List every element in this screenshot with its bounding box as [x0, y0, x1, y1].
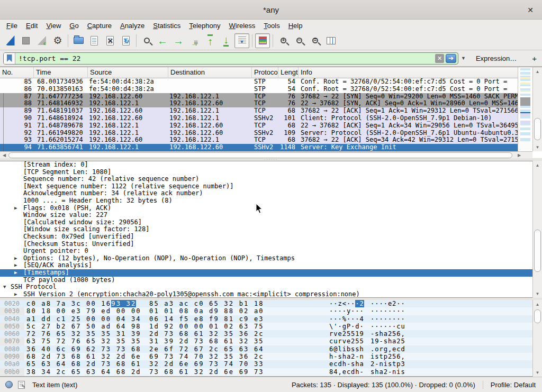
zoom-original-icon[interactable] [308, 33, 322, 48]
packet-row[interactable]: 9371.662015274192.168.122.60192.168.122.… [0, 136, 518, 144]
scroll-down-icon[interactable]: ▼ [533, 290, 542, 297]
expanded-icon[interactable]: ▼ [3, 284, 6, 291]
auto-scroll-icon[interactable] [234, 33, 249, 48]
resize-columns-icon[interactable] [323, 33, 338, 48]
collapsed-icon[interactable]: ▶ [14, 269, 17, 277]
detail-line[interactable]: ▶SSH Version 2 (encryption:chacha20-poly… [0, 291, 542, 298]
scrollbar-thumb[interactable] [534, 309, 541, 323]
hex-row[interactable]: 0040a1 dd c1 25 00 00 04 3406 14 f5 e8 f… [0, 315, 542, 323]
collapsed-icon[interactable]: ▶ [14, 262, 17, 269]
restart-capture-icon[interactable] [34, 33, 49, 48]
menu-item-telephony[interactable]: Telephony [185, 21, 224, 31]
bytes-scrollbar[interactable]: ▲ ▼ [532, 300, 542, 377]
detail-line[interactable]: [TCP Segment Len: 1080] [0, 169, 542, 176]
packet-row[interactable]: 8568.001734936fe:54:00:d4:38:2aSTP54Conf… [0, 78, 518, 86]
detail-line[interactable]: Window size value: 227 [0, 212, 542, 219]
scroll-up-icon[interactable]: ▲ [533, 161, 542, 169]
stop-capture-icon[interactable] [19, 33, 33, 48]
column-header-protocol[interactable]: Protocol [252, 67, 278, 78]
hex-row[interactable]: 003080 18 00 e3 79 ed 00 0001 01 08 0a d… [0, 307, 542, 315]
collapsed-icon[interactable]: ▶ [14, 291, 17, 298]
detail-line[interactable]: ▶[Timestamps] [0, 269, 542, 277]
detail-line[interactable]: ▶Flags: 0x018 (PSH, ACK) [0, 205, 542, 212]
scroll-up-icon[interactable]: ▲ [533, 300, 542, 308]
column-header-length[interactable]: Length [278, 67, 299, 78]
column-header-destination[interactable]: Destination [168, 67, 252, 78]
detail-line[interactable]: Checksum: 0x79ed [unverified] [0, 233, 542, 241]
collapsed-icon[interactable]: ▶ [14, 205, 17, 212]
menu-item-edit[interactable]: Edit [22, 21, 42, 31]
hex-row[interactable]: 009068 2d 73 68 61 32 2d 6e69 73 74 70 3… [0, 353, 542, 360]
find-packet-icon[interactable] [139, 33, 154, 48]
close-file-icon[interactable] [103, 33, 118, 48]
hex-row[interactable]: 00a065 63 64 68 2d 73 68 6132 2d 6e 69 7… [0, 360, 542, 368]
detail-line[interactable]: TCP payload (1080 bytes) [0, 277, 542, 284]
menu-item-statistics[interactable]: Statistics [149, 21, 185, 31]
scrollbar-thumb[interactable] [534, 230, 541, 272]
menu-item-analyze[interactable]: Analyze [116, 21, 149, 31]
zoom-in-icon[interactable] [276, 33, 291, 48]
hex-row[interactable]: 00505c 27 b2 67 50 ad 64 981d 92 00 00 0… [0, 323, 542, 330]
packet-row[interactable]: 8871.648146932192.168.122.1192.168.122.6… [0, 100, 518, 107]
detail-line[interactable]: [Window size scaling factor: 128] [0, 226, 542, 233]
scroll-down-icon[interactable]: ▼ [533, 369, 542, 376]
colorize-icon[interactable] [255, 33, 270, 48]
detail-line[interactable]: ▶[SEQ/ACK analysis] [0, 262, 542, 269]
menu-item-help[interactable]: Help [284, 21, 307, 31]
packet-row[interactable]: 9171.648789678192.168.122.1192.168.122.6… [0, 122, 518, 130]
detail-line[interactable]: Sequence number: 42 (relative sequence n… [0, 176, 542, 183]
hex-row[interactable]: 0020c0 a8 7a 3c 00 16 93 3285 a3 ac c0 6… [0, 300, 542, 307]
filter-apply-button[interactable]: ➔ [446, 54, 456, 63]
detail-line[interactable]: ▶Options: (12 bytes), No-Operation (NOP)… [0, 255, 542, 262]
column-header-time[interactable]: Time [34, 67, 88, 78]
menu-item-wireless[interactable]: Wireless [225, 21, 260, 31]
scroll-up-icon[interactable]: ▲ [533, 68, 542, 75]
capture-options-icon[interactable]: ⚙ [50, 33, 65, 48]
column-header-source[interactable]: Source [88, 67, 168, 78]
menu-item-tools[interactable]: Tools [259, 21, 284, 31]
packet-row[interactable]: 9271.661949820192.168.122.1192.168.122.6… [0, 130, 518, 137]
expert-info-icon[interactable] [5, 381, 13, 388]
detail-line[interactable]: 1000 .... = Header Length: 32 bytes (8) [0, 197, 542, 205]
hex-row[interactable]: 008036 40 6c 69 62 73 73 682e 6f 72 67 2… [0, 345, 542, 353]
filter-clear-button[interactable]: ✕ [435, 54, 444, 63]
detail-line[interactable]: Urgent pointer: 0 [0, 248, 542, 255]
hex-row[interactable]: 00b038 34 2c 65 63 64 68 2d73 68 61 32 2… [0, 368, 542, 376]
packet-minimap[interactable] [518, 67, 532, 151]
start-capture-icon[interactable] [3, 33, 17, 48]
go-last-icon[interactable]: ↓ [219, 33, 233, 48]
column-header-info[interactable]: Info [299, 67, 532, 78]
go-forward-icon[interactable]: → [171, 33, 186, 48]
status-profile[interactable]: Profile: Default [483, 381, 542, 389]
packet-row[interactable]: 8971.648191037192.168.122.60192.168.122.… [0, 107, 518, 115]
menu-item-go[interactable]: Go [65, 21, 83, 31]
filter-add-button[interactable]: + [532, 54, 537, 63]
reload-file-icon[interactable] [119, 33, 133, 48]
detail-line[interactable]: [Calculated window size: 29056] [0, 219, 542, 226]
zoom-out-icon[interactable] [292, 33, 306, 48]
hscrollbar-thumb[interactable] [8, 152, 512, 158]
go-to-packet-icon[interactable]: → [187, 33, 202, 48]
packet-list-scrollbar[interactable]: ▲ ▼ [532, 67, 542, 151]
detail-line[interactable]: [Checksum Status: Unverified] [0, 241, 542, 248]
display-filter-input[interactable]: !tcp.port == 22 [15, 54, 435, 62]
detail-line[interactable]: ▼SSH Protocol [0, 284, 542, 291]
open-file-icon[interactable] [71, 33, 86, 48]
detail-line[interactable]: [Stream index: 0] [0, 161, 542, 169]
close-icon[interactable]: ✕ [525, 5, 536, 15]
collapsed-icon[interactable]: ▶ [14, 255, 17, 262]
go-first-icon[interactable]: ↑ [203, 33, 218, 48]
packet-row[interactable]: 8771.647777234192.168.122.60192.168.122.… [0, 93, 518, 101]
detail-line[interactable]: Acknowledgment number: 34 (relative ack … [0, 190, 542, 197]
hex-row[interactable]: 006072 76 65 32 35 35 31 392d 73 68 61 3… [0, 330, 542, 338]
scrollbar-thumb[interactable] [534, 118, 541, 140]
packet-row[interactable]: 9071.648618924192.168.122.60192.168.122.… [0, 115, 518, 122]
filter-dropdown-icon[interactable]: ▼ [458, 56, 468, 61]
details-scrollbar[interactable]: ▲ ▼ [532, 161, 542, 298]
detail-line[interactable]: [Next sequence number: 1122 (relative se… [0, 183, 542, 190]
expression-button[interactable]: Expression… [476, 54, 517, 62]
hex-row[interactable]: 007063 75 72 76 65 32 35 3531 39 2d 73 6… [0, 338, 542, 345]
save-file-icon[interactable] [87, 33, 102, 48]
capture-comment-icon[interactable] [18, 381, 25, 389]
packet-row[interactable]: 9471.663856741192.168.122.1192.168.122.6… [0, 144, 518, 151]
